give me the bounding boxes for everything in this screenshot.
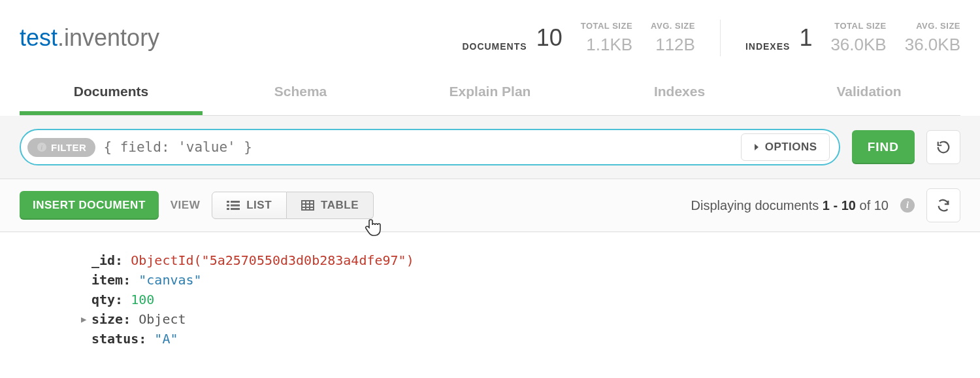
field-id: _id:	[91, 252, 123, 268]
svg-rect-3	[231, 201, 240, 203]
svg-rect-4	[227, 205, 229, 207]
tab-validation[interactable]: Validation	[777, 75, 960, 115]
refresh-button[interactable]	[926, 188, 960, 222]
field-qty: qty:	[91, 292, 123, 307]
document-card: _id: ObjectId("5a2570550d3d0b283a4dfe97"…	[0, 232, 980, 349]
reset-button[interactable]	[926, 130, 960, 164]
options-button[interactable]: OPTIONS	[741, 133, 830, 161]
separator	[720, 20, 721, 56]
insert-document-button[interactable]: INSERT DOCUMENT	[20, 191, 159, 220]
svg-rect-8	[302, 201, 314, 210]
documents-stat: DOCUMENTS 10	[462, 24, 562, 52]
view-list-button[interactable]: LIST	[212, 192, 287, 219]
expand-caret-icon[interactable]: ▶	[81, 309, 86, 329]
field-item: item:	[91, 272, 131, 288]
pagination-text: Displaying documents 1 - 10 of 10	[691, 198, 889, 213]
tab-indexes[interactable]: Indexes	[588, 75, 771, 115]
docs-total-size: TOTAL SIZE 1.1KB	[581, 21, 632, 55]
tab-schema[interactable]: Schema	[209, 75, 392, 115]
field-status: status:	[91, 331, 146, 347]
table-icon	[301, 200, 314, 211]
tabs: Documents Schema Explain Plan Indexes Va…	[20, 75, 960, 116]
tab-documents[interactable]: Documents	[20, 75, 203, 115]
collection-name: inventory	[64, 24, 159, 51]
indexes-stat: INDEXES 1	[745, 24, 813, 52]
svg-rect-5	[231, 205, 240, 207]
history-icon	[936, 140, 951, 154]
svg-rect-6	[227, 208, 229, 210]
docs-avg-size: AVG. SIZE 112B	[651, 21, 695, 55]
refresh-icon	[936, 198, 951, 213]
filter-input-wrap[interactable]: i FILTER OPTIONS	[20, 129, 840, 165]
tab-explain-plan[interactable]: Explain Plan	[399, 75, 581, 115]
idx-total-size: TOTAL SIZE 36.0KB	[830, 21, 886, 55]
info-icon: i	[37, 142, 47, 152]
namespace-title: test.inventory	[20, 24, 159, 52]
svg-rect-7	[231, 208, 240, 210]
field-size: size:	[91, 311, 131, 327]
view-table-button[interactable]: TABLE	[287, 192, 374, 219]
caret-right-icon	[753, 143, 760, 151]
list-icon	[227, 200, 240, 211]
filter-input[interactable]	[95, 139, 740, 155]
idx-avg-size: AVG. SIZE 36.0KB	[905, 21, 960, 55]
svg-rect-2	[227, 201, 229, 203]
view-label: VIEW	[171, 199, 200, 212]
filter-chip: i FILTER	[27, 138, 95, 157]
db-name: test	[20, 24, 57, 51]
info-icon[interactable]: i	[900, 198, 915, 213]
view-toggle: LIST TABLE	[212, 192, 374, 219]
svg-text:i: i	[41, 143, 43, 151]
find-button[interactable]: FIND	[852, 130, 915, 164]
